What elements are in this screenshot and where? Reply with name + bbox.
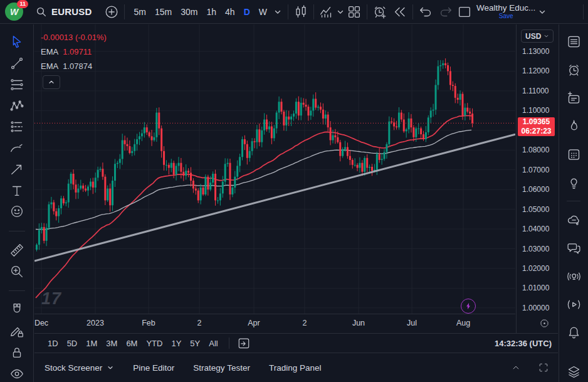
last-price-label: 1.09365 06:27:23 bbox=[518, 117, 555, 136]
layout-title[interactable]: Wealthy Educ... Save bbox=[476, 4, 535, 20]
range-ytd[interactable]: YTD bbox=[142, 337, 167, 350]
maximize-panel-icon[interactable] bbox=[535, 359, 552, 376]
timeframe-30m[interactable]: 30m bbox=[177, 4, 201, 19]
symbol-search-button[interactable]: EURUSD bbox=[36, 6, 92, 18]
streams-play-icon[interactable] bbox=[564, 296, 583, 312]
notifications-bell-icon[interactable] bbox=[564, 324, 583, 341]
public-chat-cloud-icon[interactable] bbox=[564, 211, 583, 228]
save-button[interactable]: Save bbox=[499, 13, 513, 19]
timeframe-4h[interactable]: 4h bbox=[221, 4, 239, 19]
timeframe-1h[interactable]: 1h bbox=[202, 4, 220, 19]
toolbar-divider bbox=[367, 4, 367, 19]
projection-tool-icon[interactable] bbox=[6, 119, 28, 135]
range-5y[interactable]: 5Y bbox=[186, 337, 204, 350]
emoji-tool-icon[interactable] bbox=[6, 203, 28, 220]
layout-name: Wealthy Educ... bbox=[476, 4, 535, 13]
undo-icon[interactable] bbox=[417, 3, 434, 21]
indicator-templates-chevron-icon[interactable] bbox=[335, 3, 346, 21]
live-ideas-bulb-waves-icon[interactable] bbox=[564, 268, 583, 284]
timeframe-5m[interactable]: 5m bbox=[130, 4, 150, 19]
private-chats-icon[interactable] bbox=[564, 240, 583, 256]
brush-tool-icon[interactable] bbox=[6, 140, 28, 157]
chevron-down-icon bbox=[107, 364, 114, 371]
ema-fast-legend-row[interactable]: EMA 1.09711 bbox=[41, 45, 107, 59]
layout-menu-chevron-icon[interactable] bbox=[537, 3, 548, 21]
hide-drawings-eye-icon[interactable] bbox=[6, 365, 28, 382]
tab-strategy-tester[interactable]: Strategy Tester bbox=[193, 363, 250, 373]
timeframe-15m[interactable]: 15m bbox=[151, 4, 176, 19]
price-tick: 1.13000 bbox=[522, 47, 549, 56]
price-tick: 1.06000 bbox=[522, 185, 549, 194]
time-tick: 2 bbox=[182, 319, 217, 327]
toolbar-divider bbox=[288, 4, 288, 19]
ideas-bulb-icon[interactable] bbox=[564, 174, 583, 191]
range-6m[interactable]: 6M bbox=[122, 337, 142, 350]
time-tick: Apr bbox=[236, 319, 271, 327]
time-tick: Aug bbox=[446, 319, 481, 327]
economic-calendar-icon[interactable] bbox=[564, 146, 583, 162]
notes-journal-icon[interactable] bbox=[564, 90, 583, 106]
go-to-date-icon[interactable] bbox=[236, 334, 252, 352]
layout-box-icon[interactable] bbox=[456, 3, 473, 21]
range-3m[interactable]: 3M bbox=[102, 337, 122, 350]
price-tick: 1.03000 bbox=[522, 245, 549, 253]
axis-settings-gear-icon[interactable] bbox=[539, 318, 550, 329]
timeframe-1w[interactable]: W bbox=[255, 4, 271, 19]
watchlist-icon[interactable] bbox=[564, 33, 583, 50]
fib-retracement-tool-icon[interactable] bbox=[6, 76, 28, 93]
range-1d[interactable]: 1D bbox=[43, 337, 63, 350]
trend-line-tool-icon[interactable] bbox=[6, 55, 28, 72]
bar-replay-icon[interactable] bbox=[392, 3, 408, 21]
measure-ruler-icon[interactable] bbox=[6, 242, 28, 259]
range-5d[interactable]: 5D bbox=[63, 337, 82, 350]
toolbar-divider bbox=[124, 4, 125, 19]
text-tool-icon[interactable] bbox=[6, 182, 28, 199]
ema-fast-value: 1.09711 bbox=[63, 47, 92, 56]
chart-legend: -0.00013 (-0.01%) EMA 1.09711 EMA 1.0787… bbox=[41, 30, 107, 73]
timeframe-menu-chevron-icon[interactable] bbox=[272, 3, 283, 21]
user-avatar[interactable]: W 11 bbox=[5, 3, 23, 21]
lock-all-drawings-icon[interactable] bbox=[6, 344, 28, 361]
cursor-tool-icon[interactable] bbox=[6, 34, 28, 51]
time-axis[interactable]: Dec2023Feb2Apr2JunJulAug bbox=[34, 314, 515, 333]
range-1y[interactable]: 1Y bbox=[167, 337, 186, 350]
magnet-icon[interactable] bbox=[6, 302, 28, 319]
notification-badge: 11 bbox=[17, 0, 28, 8]
footer-panel-bar: Stock Screener Pine Editor Strategy Test… bbox=[34, 353, 558, 382]
chart-style-candles-icon[interactable] bbox=[293, 3, 309, 21]
multichart-layout-icon[interactable] bbox=[346, 3, 362, 21]
redo-icon[interactable] bbox=[438, 3, 454, 21]
hotlists-flame-icon[interactable] bbox=[564, 118, 583, 134]
price-tick: 1.08000 bbox=[522, 146, 549, 154]
chart-pane[interactable]: -0.00013 (-0.01%) EMA 1.09711 EMA 1.0787… bbox=[34, 24, 515, 314]
sidebar-divider bbox=[567, 201, 580, 201]
expand-panel-chevron-up-icon[interactable] bbox=[508, 359, 524, 376]
time-tick: Jun bbox=[341, 319, 376, 327]
tab-stock-screener[interactable]: Stock Screener bbox=[45, 363, 114, 373]
price-tick: 1.07000 bbox=[522, 166, 549, 174]
currency-dropdown[interactable]: USD bbox=[521, 29, 554, 43]
timeframe-1d[interactable]: D bbox=[240, 4, 254, 19]
price-scale[interactable]: USD 1.130001.120001.110001.100001.080001… bbox=[516, 24, 558, 333]
drawing-toolbar bbox=[0, 24, 34, 382]
alerts-clock-icon[interactable] bbox=[564, 61, 583, 78]
price-tick: 1.04000 bbox=[522, 225, 549, 233]
zoom-in-icon[interactable] bbox=[6, 263, 28, 280]
range-all[interactable]: All bbox=[204, 337, 222, 350]
utc-clock[interactable]: 14:32:36 (UTC) bbox=[495, 339, 552, 348]
xabcd-pattern-tool-icon[interactable] bbox=[6, 97, 28, 114]
legend-collapse-button[interactable] bbox=[43, 75, 60, 89]
range-1m[interactable]: 1M bbox=[81, 337, 102, 350]
indicators-icon[interactable] bbox=[318, 3, 335, 21]
ema-slow-legend-row[interactable]: EMA 1.07874 bbox=[41, 59, 107, 73]
candlestick-chart[interactable] bbox=[34, 24, 515, 314]
arrow-tool-icon[interactable] bbox=[6, 161, 28, 178]
object-tree-layers-icon[interactable] bbox=[564, 364, 583, 380]
tab-trading-panel[interactable]: Trading Panel bbox=[269, 363, 322, 373]
boost-lightning-button[interactable] bbox=[461, 299, 476, 314]
price-tick: 1.05000 bbox=[522, 205, 549, 214]
compare-add-icon[interactable] bbox=[103, 3, 120, 21]
tab-pine-editor[interactable]: Pine Editor bbox=[133, 363, 174, 373]
time-tick: Dec bbox=[24, 319, 59, 327]
create-alert-icon[interactable] bbox=[372, 3, 388, 21]
